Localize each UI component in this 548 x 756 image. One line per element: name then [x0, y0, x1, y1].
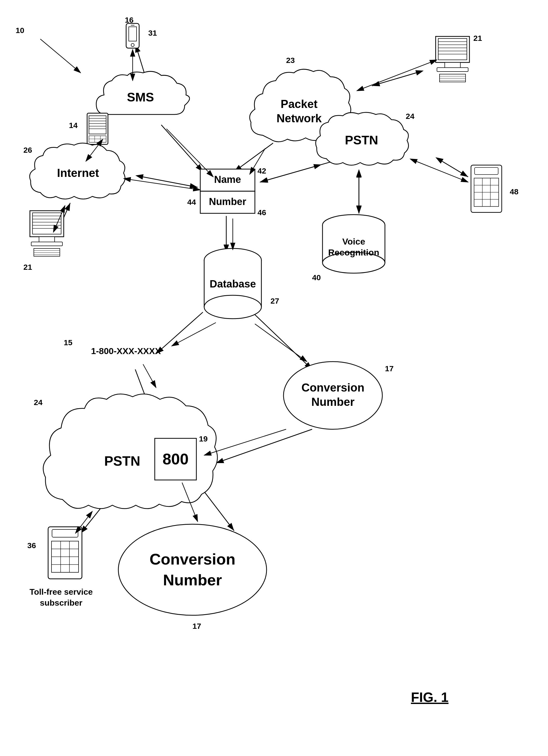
svg-point-96 [118, 524, 267, 615]
svg-line-125 [363, 60, 437, 88]
svg-text:Number: Number [311, 395, 354, 408]
svg-text:Packet: Packet [281, 98, 318, 110]
svg-text:Conversion: Conversion [150, 550, 235, 568]
svg-text:Recognition: Recognition [328, 247, 379, 257]
svg-rect-59 [31, 242, 62, 246]
main-database: Database [200, 247, 265, 326]
svg-line-121 [143, 364, 156, 388]
svg-text:Database: Database [210, 278, 256, 290]
svg-line-112 [130, 180, 200, 190]
ref-14: 14 [69, 121, 78, 130]
svg-line-115 [260, 166, 315, 182]
ref-46: 46 [257, 208, 266, 217]
ref-48: 48 [510, 187, 518, 196]
ref-19: 19 [199, 434, 208, 443]
ref-31: 31 [148, 29, 157, 37]
svg-rect-20 [129, 27, 137, 41]
computer-top-right [432, 34, 473, 86]
ref-40: 40 [312, 273, 321, 282]
internet-cloud: Internet [26, 140, 130, 208]
mobile-phone-device [122, 21, 143, 52]
ref-26: 26 [23, 146, 32, 155]
figure-label: FIG. 1 [411, 689, 448, 705]
ref-21-bottom: 21 [23, 263, 32, 272]
ref-36: 36 [27, 541, 36, 550]
svg-line-120 [255, 324, 307, 362]
ref-15: 15 [64, 338, 72, 347]
svg-line-6 [143, 177, 198, 187]
svg-text:800: 800 [163, 450, 189, 468]
conversion-number-top: Conversion Number [281, 359, 385, 432]
svg-rect-100 [52, 529, 78, 537]
svg-rect-60 [34, 248, 60, 256]
svg-line-12 [442, 161, 468, 177]
computer-bottom-left [26, 208, 68, 260]
svg-line-3 [161, 125, 203, 172]
svg-text:SMS: SMS [127, 90, 154, 104]
svg-line-13 [156, 312, 203, 354]
svg-text:Number: Number [163, 571, 222, 589]
ref-27: 27 [270, 297, 279, 305]
ref-17-bottom: 17 [192, 622, 201, 631]
svg-text:PSTN: PSTN [104, 453, 140, 469]
svg-line-5 [372, 73, 416, 86]
name-number-box: Name Number [198, 166, 257, 220]
diagram-container: 10 16 31 SMS Packet Network 23 [0, 0, 548, 756]
ref-44: 44 [187, 198, 196, 207]
ref-21-top: 21 [473, 34, 482, 43]
svg-rect-77 [475, 168, 498, 175]
svg-rect-58 [39, 237, 55, 242]
svg-rect-35 [440, 74, 466, 82]
pstn-cloud-top: PSTN [312, 109, 411, 174]
svg-text:Number: Number [209, 196, 246, 207]
box-800: 800 [153, 437, 198, 481]
toll-free-label: Toll-free servicesubscriber [26, 587, 96, 608]
voice-recognition-db: Voice Recognition [317, 213, 390, 279]
svg-text:Internet: Internet [57, 166, 99, 179]
telephone-right [466, 164, 507, 216]
svg-rect-34 [437, 68, 468, 72]
ref-10: 10 [16, 26, 24, 35]
svg-rect-33 [445, 62, 460, 68]
svg-line-117 [416, 161, 468, 182]
svg-point-88 [204, 295, 261, 319]
svg-text:PSTN: PSTN [345, 133, 378, 147]
conversion-number-bottom: Conversion Number [114, 520, 270, 619]
phone-number-label: 1-800-XXX-XXXX [91, 346, 161, 356]
ref-24-bottom: 24 [34, 398, 42, 407]
ref-42: 42 [257, 166, 266, 175]
ref-23: 23 [286, 56, 295, 65]
svg-text:Name: Name [214, 174, 241, 185]
ref-24-top: 24 [406, 112, 414, 121]
svg-text:Conversion: Conversion [301, 381, 364, 394]
ref-17-top: 17 [385, 364, 394, 373]
svg-text:Voice: Voice [342, 236, 365, 246]
svg-line-16 [216, 429, 312, 463]
telephone-subscriber [44, 526, 86, 583]
